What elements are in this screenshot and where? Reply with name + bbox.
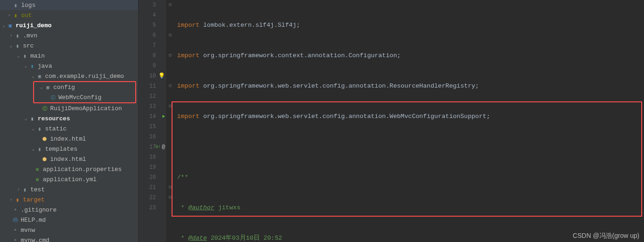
line-number: 5: [138, 20, 166, 30]
line-number-gutter: 3 4 5 6 7 8 9 10💡 11 12 13 14▶ 15 16 17o…: [138, 0, 166, 242]
line-number: 14▶: [138, 112, 166, 122]
line-number: 21: [138, 183, 166, 193]
line-number: 23: [138, 203, 166, 213]
tree-folder-resources[interactable]: ⌄▮resources: [0, 113, 138, 124]
folder-icon: ▮: [14, 42, 21, 49]
project-tree[interactable]: ▮logs ›▮out ⌄▣ruiji_demo ›▮.mvn ⌄▮src ⌄▮…: [0, 0, 138, 242]
tree-label: ruiji_demo: [16, 22, 52, 29]
resources-folder-icon: ▮: [29, 115, 35, 122]
tree-folder-test[interactable]: ›▮test: [0, 184, 138, 195]
tree-file-mvnwcmd[interactable]: ▫mvnw.cmd: [0, 235, 138, 242]
tree-folder-out[interactable]: ›▮out: [0, 10, 138, 20]
tree-label: .mvn: [23, 32, 37, 39]
folder-icon: ▮: [12, 12, 19, 18]
tree-label: test: [30, 186, 45, 193]
intention-bulb-icon[interactable]: 💡: [158, 71, 165, 81]
tree-label: index.html: [50, 136, 86, 142]
excluded-folder-icon: ▮: [14, 196, 21, 203]
tree-label: application.yml: [43, 176, 97, 183]
line-number: 17o↑@: [138, 142, 166, 152]
line-number: 4: [138, 10, 166, 20]
tree-label: .gitignore: [21, 207, 57, 213]
tree-folder-logs[interactable]: ▮logs: [0, 0, 138, 10]
tree-file-gitignore[interactable]: ▫.gitignore: [0, 205, 138, 215]
config-highlight-box: ⌄▣config ⒸWebMvcConfig: [33, 81, 136, 103]
html-icon: ⬢: [41, 156, 48, 162]
tree-label: static: [45, 125, 67, 132]
module-icon: ▣: [7, 22, 13, 29]
code-line[interactable]: import lombok.extern.slf4j.Slf4j;: [177, 20, 644, 30]
tree-package-config[interactable]: ⌄▣config: [34, 82, 135, 92]
line-number: 7: [138, 41, 166, 51]
tree-label: RuijiDemoApplication: [50, 105, 122, 112]
tree-label: resources: [38, 115, 70, 122]
fold-gutter[interactable]: ⊟⊟ ⊟⊟ ⊟ ⊟⊟: [166, 0, 174, 242]
line-number: 16: [138, 132, 166, 142]
tree-file-index2[interactable]: ⬢index.html: [0, 154, 138, 164]
tree-label: HELP.md: [21, 217, 46, 224]
source-folder-icon: ▮: [29, 63, 35, 69]
folder-icon: ▮: [14, 32, 21, 39]
line-number: 11: [138, 81, 166, 91]
code-line[interactable]: import org.springframework.web.servlet.c…: [177, 81, 644, 91]
tree-file-mvnw[interactable]: ▫mvnw: [0, 225, 138, 235]
tree-folder-templates[interactable]: ⌄▮templates: [0, 144, 138, 154]
package-icon: ▣: [45, 84, 51, 90]
line-number: 6: [138, 30, 166, 41]
code-line[interactable]: * @author jitwxs: [177, 203, 644, 213]
tree-label: templates: [45, 146, 77, 153]
tree-package[interactable]: ⌄▣com.example.ruiji_demo: [0, 71, 138, 81]
markdown-icon: ⓜ: [12, 217, 18, 223]
tree-label: WebMvcConfig: [58, 94, 102, 101]
line-number: 8: [138, 51, 166, 61]
line-number: 15: [138, 122, 166, 132]
code-line[interactable]: [177, 142, 644, 152]
tree-folder-main[interactable]: ⌄▮main: [0, 51, 138, 61]
tree-label: target: [23, 196, 45, 203]
code-editor[interactable]: 3 4 5 6 7 8 9 10💡 11 12 13 14▶ 15 16 17o…: [138, 0, 644, 242]
tree-folder-mvn[interactable]: ›▮.mvn: [0, 30, 138, 41]
line-number: 10💡: [138, 71, 166, 81]
yaml-icon: ⚙: [34, 176, 40, 183]
tree-label: main: [30, 53, 45, 59]
tree-label: out: [21, 12, 32, 19]
tree-label: mvnw: [21, 227, 35, 234]
annotation-gutter-icon[interactable]: @: [162, 142, 165, 152]
code-line[interactable]: import org.springframework.web.servlet.c…: [177, 112, 644, 122]
tree-label: mvnw.cmd: [21, 237, 49, 242]
html-icon: ⬢: [41, 136, 48, 142]
tree-folder-src[interactable]: ⌄▮src: [0, 41, 138, 51]
tree-class-app[interactable]: ⒸRuijiDemoApplication: [0, 103, 138, 113]
line-number: 9: [138, 61, 166, 71]
tree-label: java: [38, 63, 52, 70]
tree-file-appprop[interactable]: ⚙application.properties: [0, 164, 138, 174]
tree-folder-static[interactable]: ⌄▮static: [0, 124, 138, 134]
tree-project-root[interactable]: ⌄▣ruiji_demo: [0, 20, 138, 30]
line-number: 19: [138, 162, 166, 172]
tree-folder-target[interactable]: ›▮target: [0, 195, 138, 205]
file-icon: ▫: [12, 207, 18, 213]
line-number: 18: [138, 152, 166, 162]
folder-icon: ▮: [22, 53, 28, 59]
tree-file-appyml[interactable]: ⚙application.yml: [0, 174, 138, 184]
tree-file-help[interactable]: ⓜHELP.md: [0, 215, 138, 225]
code-area[interactable]: import lombok.extern.slf4j.Slf4j; import…: [174, 0, 644, 242]
tree-class-webmvcconfig[interactable]: ⒸWebMvcConfig: [34, 92, 135, 102]
file-icon: ▫: [12, 237, 18, 242]
properties-icon: ⚙: [34, 166, 40, 172]
code-line[interactable]: import org.springframework.context.annot…: [177, 51, 644, 61]
code-line[interactable]: /**: [177, 172, 644, 183]
package-icon: ▣: [36, 73, 43, 79]
watermark: CSDN @冯浩(grow up): [573, 232, 639, 240]
tree-label: src: [23, 42, 34, 49]
class-icon: Ⓒ: [41, 105, 48, 112]
folder-icon: ▮: [12, 2, 19, 8]
tree-file-index1[interactable]: ⬢index.html: [0, 134, 138, 144]
run-class-icon[interactable]: ▶: [162, 112, 165, 122]
tree-folder-java[interactable]: ⌄▮java: [0, 61, 138, 71]
folder-icon: ▮: [36, 146, 43, 152]
tree-label: config: [53, 84, 75, 91]
folder-icon: ▮: [36, 125, 43, 132]
tree-label: index.html: [50, 156, 86, 163]
override-icon[interactable]: o↑: [155, 142, 161, 152]
